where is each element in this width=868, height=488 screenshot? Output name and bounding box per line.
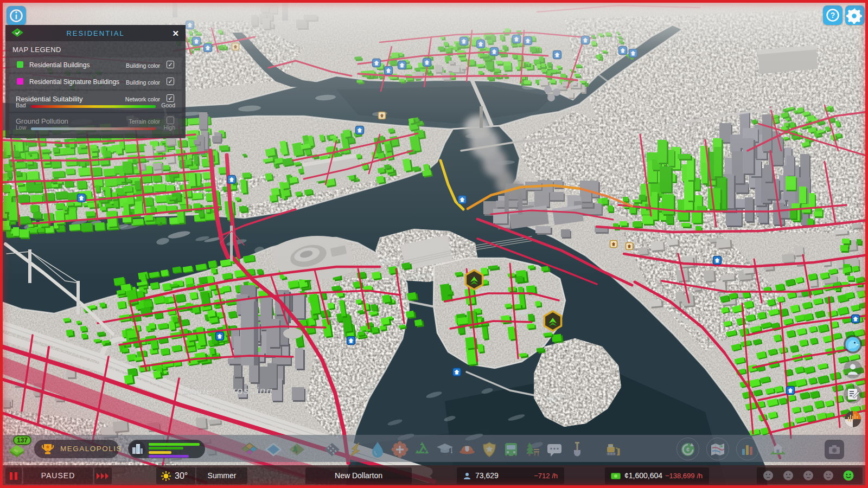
svg-text:?: ? [831,11,835,20]
svg-text:Linden Crossing: Linden Crossing [182,385,273,396]
